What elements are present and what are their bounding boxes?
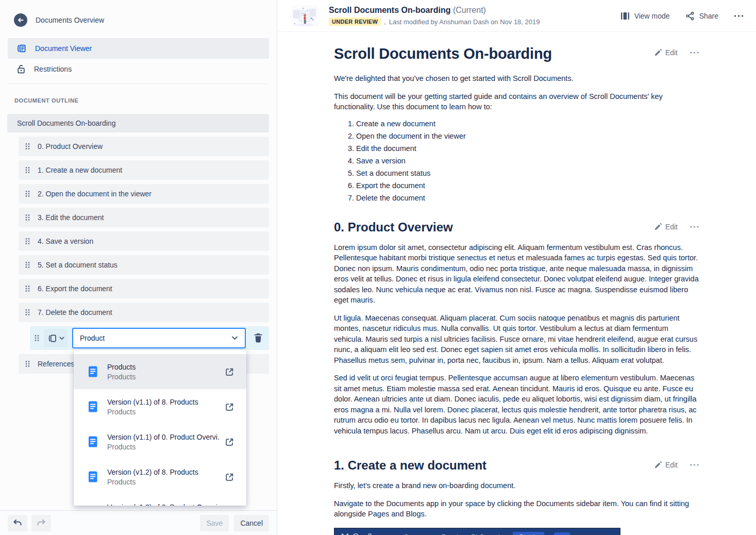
outline-item-label: 7. Delete the document [38,308,112,316]
option-title: Version (v1.2) of 0. Product Overvi... [107,503,219,506]
edit-button[interactable]: Edit [654,48,678,57]
screenshot-create-button: Create [513,532,544,535]
sidebar-item-document-viewer[interactable]: Document Viewer [8,38,269,59]
redo-button[interactable] [31,515,51,531]
redo-icon [37,519,46,527]
content-type-selector-button[interactable] [44,329,68,347]
edit-button[interactable]: Edit [654,223,678,231]
option-title: Version (v1.2) of 8. Products [107,468,198,476]
drag-handle-icon[interactable] [35,335,39,342]
outline-item[interactable]: 5. Set a document status [19,255,269,275]
drag-handle-icon[interactable] [25,190,30,197]
section-more-button[interactable] [690,226,699,228]
document-icon [87,365,99,378]
outline-item[interactable]: 1. Create a new document [19,160,269,180]
dropdown-option[interactable]: Version (v1.1) of 0. Product Overvi... P… [74,424,246,459]
external-link-icon[interactable] [219,402,235,412]
outline-item-editing: Product [30,326,269,350]
outline-item[interactable]: 4. Save a version [19,231,269,251]
paragraph: We're delighted that you've chosen to ge… [334,73,699,84]
chevron-down-icon[interactable] [231,336,238,340]
outline-root-label: Scroll Documents On-boarding [17,119,115,127]
dropdown-option[interactable]: Version (v1.1) of 8. Products Products [74,389,246,424]
document-viewer-icon [16,43,27,54]
outline-item[interactable]: 0. Product Overview [19,137,269,156]
drag-handle-icon[interactable] [25,238,30,245]
header-more-button[interactable] [734,15,744,17]
section-more-button[interactable] [690,464,699,466]
outline-item[interactable]: 6. Export the document [19,279,269,298]
ellipsis-icon [690,226,699,228]
embedded-screenshot: Confluence Spaces People DbConsole Creat… [334,528,620,535]
main-area: Scroll Documents On-boarding (Current) U… [278,0,756,535]
outline-item[interactable]: 2. Open the document in the viewer [19,184,269,204]
back-arrow-icon[interactable] [14,13,27,27]
drag-handle-icon[interactable] [25,285,30,292]
drag-handle-icon[interactable] [25,360,30,367]
screenshot-nav-dbconsole: DbConsole [472,533,503,535]
edit-button[interactable]: Edit [654,461,678,469]
external-link-icon[interactable] [219,437,235,447]
trash-icon[interactable] [253,332,263,344]
chevron-down-icon [59,337,64,340]
section-heading: 0. Product Overview [334,220,453,235]
outline-item-label: 6. Export the document [38,285,112,293]
list-item: Open the document in the viewer [356,130,699,142]
undo-button[interactable] [8,515,27,531]
share-button[interactable]: Share [685,11,718,21]
confluence-logo: Confluence [342,532,394,535]
outline-root-item[interactable]: Scroll Documents On-boarding [7,114,269,132]
back-navigation[interactable]: Documents Overview [14,13,269,27]
option-title: Version (v1.1) of 0. Product Overvi... [107,433,219,441]
option-subtitle: Products [107,478,198,486]
external-link-icon[interactable] [219,366,235,377]
pencil-icon [654,223,662,230]
screenshot-confluence-navbar: Confluence Spaces People DbConsole Creat… [334,528,620,535]
drag-handle-icon[interactable] [25,309,30,316]
sidebar-footer: Save Cancel [0,510,277,535]
edit-label: Edit [665,48,678,57]
outline-item[interactable]: 3. Edit the document [19,208,269,227]
dropdown-option[interactable]: Version (v1.2) of 8. Products Products [74,459,246,494]
dropdown-option[interactable]: Products Products [74,354,246,389]
combobox-value: Product [80,334,105,342]
drag-handle-icon[interactable] [25,214,30,221]
list-item: Create a new document [356,118,699,130]
sidebar-item-restrictions[interactable]: Restrictions [8,59,269,79]
option-subtitle: Products [107,443,219,451]
paragraph: This document will be your getting start… [334,91,699,112]
external-link-icon[interactable] [219,472,235,482]
dropdown-option[interactable]: Version (v1.2) of 0. Product Overvi... P… [74,494,246,506]
document-outline: Scroll Documents On-boarding 0. Product … [7,114,269,374]
page-title: Scroll Documents On-boarding [334,45,552,62]
screenshot-more-button: ••• [554,532,570,535]
save-button[interactable]: Save [200,515,229,531]
share-label: Share [699,12,718,20]
list-item: Edit the document [356,142,699,155]
lock-icon [16,64,26,74]
outline-item-label: References [38,360,75,368]
option-subtitle: Products [107,408,198,416]
paragraph: Ut ligula. Maecenas consequat. Aliquam p… [334,313,699,366]
page-search-combobox[interactable]: Product [72,328,246,348]
list-item: Set a document status [356,167,699,179]
share-icon [685,11,695,21]
drag-handle-icon[interactable] [25,143,30,150]
pencil-icon [654,461,662,469]
outline-item-label: 1. Create a new document [38,166,122,174]
document-title-line: Scroll Documents On-boarding (Current) [329,6,486,14]
option-title: Version (v1.1) of 8. Products [107,398,198,406]
list-item: Export the document [356,179,699,192]
paragraph: Sed id velit ut orci feugiat tempus. Pel… [334,373,699,436]
outline-item-label: 3. Edit the document [38,213,104,222]
cancel-button[interactable]: Cancel [234,515,269,531]
document-icon [87,471,99,483]
view-mode-button[interactable]: View mode [620,12,670,20]
drag-handle-icon[interactable] [25,261,30,269]
screenshot-nav-people: People [442,533,462,535]
document-body: Scroll Documents On-boarding Edit We're … [278,32,699,535]
sidebar-item-label: Restrictions [34,65,72,73]
drag-handle-icon[interactable] [25,166,30,174]
section-more-button[interactable] [690,52,699,54]
outline-item[interactable]: 7. Delete the document [19,303,269,322]
